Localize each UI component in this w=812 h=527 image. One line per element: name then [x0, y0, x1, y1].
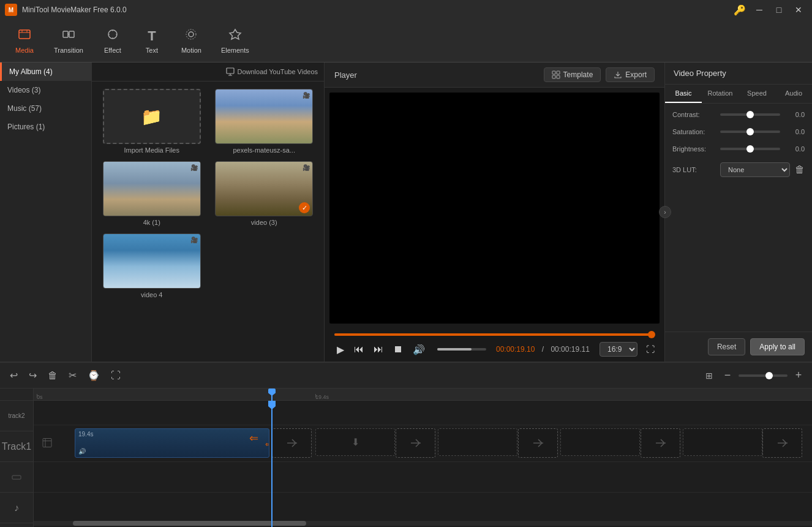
- stop-button[interactable]: ⏹: [391, 343, 405, 356]
- media-item-video4[interactable]: 🎥 video 4: [99, 233, 205, 298]
- volume-button[interactable]: 🔊: [410, 343, 427, 357]
- media-item-video3[interactable]: 🎥 ✓ video (3): [212, 161, 317, 226]
- time-total: 00:00:19.11: [551, 345, 589, 354]
- close-button[interactable]: ✕: [790, 4, 807, 16]
- download-youtube-button[interactable]: Download YouTube Videos: [226, 67, 318, 76]
- svg-marker-6: [230, 29, 241, 39]
- video3-thumb[interactable]: 🎥 ✓: [215, 161, 313, 216]
- track1-label: Track1: [0, 431, 33, 462]
- 4k-thumb[interactable]: 🎥: [103, 161, 201, 216]
- sidebar-item-myalbum[interactable]: My Album (4): [0, 63, 91, 81]
- volume-bar[interactable]: [437, 348, 486, 351]
- contrast-slider[interactable]: [720, 113, 780, 116]
- empty-slot-4[interactable]: [683, 428, 762, 456]
- timeline-toolbar: ↩ ↪ 🗑 ✂ ⌚ ⛶ ⊞ − +: [0, 363, 812, 389]
- zoom-thumb[interactable]: [765, 372, 773, 379]
- toolbar-media[interactable]: Media: [6, 24, 43, 58]
- transition-slot-5[interactable]: [762, 428, 802, 458]
- import-label: Import Media Files: [124, 146, 179, 154]
- zoom-out-button[interactable]: −: [720, 368, 735, 383]
- download-youtube-label: Download YouTube Videos: [238, 68, 318, 75]
- progress-thumb[interactable]: [648, 331, 655, 338]
- player-area: Player Template Export ▶ ⏮: [325, 63, 665, 362]
- svg-point-5: [186, 29, 196, 39]
- controls-row: ▶ ⏮ ⏭ ⏹ 🔊 00:00:19.10 / 00:00:19.11 16:9…: [334, 342, 655, 357]
- progress-bar[interactable]: [334, 333, 655, 336]
- tab-rotation[interactable]: Rotation: [702, 85, 739, 103]
- time-separator: /: [539, 345, 546, 354]
- apply-to-all-button[interactable]: Apply to all: [750, 338, 805, 355]
- clip-duration-label: 19.4s: [78, 431, 93, 438]
- arrow-indicator: ⇐: [249, 431, 258, 445]
- redo-button[interactable]: ↪: [25, 367, 40, 384]
- export-label: Export: [625, 70, 647, 79]
- saturation-slider[interactable]: [720, 131, 780, 133]
- saturation-row: Saturation: 0.0: [672, 128, 805, 135]
- toolbar-transition[interactable]: Transition: [45, 24, 92, 58]
- elements-icon: [228, 28, 242, 44]
- tab-speed[interactable]: Speed: [739, 85, 775, 103]
- lut-select[interactable]: None: [720, 162, 790, 177]
- add-track-button[interactable]: [0, 462, 33, 493]
- template-button[interactable]: Template: [544, 67, 601, 82]
- crop-button[interactable]: ⛶: [107, 368, 124, 384]
- maximize-button[interactable]: □: [770, 4, 788, 16]
- detach-button[interactable]: ⊞: [702, 368, 716, 383]
- toolbar-text[interactable]: T Text: [133, 25, 170, 58]
- brightness-thumb[interactable]: [746, 145, 754, 153]
- video4-thumb[interactable]: 🎥: [103, 233, 201, 289]
- empty-slot-3[interactable]: [560, 428, 640, 456]
- tab-basic[interactable]: Basic: [665, 85, 702, 103]
- effect-label: Effect: [104, 47, 121, 54]
- export-button[interactable]: Export: [606, 67, 655, 82]
- track-layer-icon[interactable]: [42, 438, 52, 449]
- transition-slot-3[interactable]: [518, 428, 558, 458]
- saturation-label: Saturation:: [672, 128, 715, 135]
- sidebar-item-music[interactable]: Music (57): [0, 99, 91, 118]
- tab-audio[interactable]: Audio: [775, 85, 812, 103]
- next-frame-button[interactable]: ⏭: [371, 343, 386, 356]
- zoom-controls: ⊞ − +: [702, 368, 806, 383]
- play-button[interactable]: ▶: [334, 343, 347, 357]
- split-button[interactable]: ✂: [65, 367, 80, 384]
- scrollbar-thumb[interactable]: [73, 521, 306, 526]
- media-item-mountain[interactable]: 🎥 pexels-mateusz-sa...: [212, 89, 317, 154]
- brightness-slider[interactable]: [720, 148, 780, 150]
- contrast-thumb[interactable]: [746, 111, 754, 118]
- media-item-import[interactable]: 📁 Import Media Files: [99, 89, 205, 154]
- panel-collapse-button[interactable]: ›: [659, 206, 671, 218]
- app-icon: M: [5, 4, 17, 16]
- fullscreen-button[interactable]: ⛶: [646, 344, 655, 354]
- transition-slot-1[interactable]: [272, 428, 312, 458]
- transition-slot-4[interactable]: [641, 428, 680, 458]
- minimize-button[interactable]: ─: [751, 4, 768, 16]
- toolbar-motion[interactable]: Motion: [173, 24, 210, 58]
- track2-label: track2: [0, 401, 33, 431]
- speed-button[interactable]: ⌚: [84, 367, 103, 384]
- aspect-ratio-select[interactable]: 16:9 4:3 1:1 9:16: [600, 342, 637, 357]
- main-video-clip[interactable]: 19.4s ✂ ⇔: [75, 428, 269, 458]
- toolbar-effect[interactable]: Effect: [94, 24, 131, 58]
- media-item-4k[interactable]: 🎥 4k (1): [99, 161, 205, 226]
- reset-button[interactable]: Reset: [708, 338, 745, 355]
- mountain-thumb[interactable]: 🎥: [215, 89, 313, 144]
- key-icon[interactable]: 🔑: [734, 4, 746, 16]
- prev-frame-button[interactable]: ⏮: [351, 343, 366, 356]
- empty-slot-2[interactable]: [438, 428, 517, 456]
- toolbar-elements[interactable]: Elements: [212, 24, 258, 58]
- delete-button[interactable]: 🗑: [44, 368, 61, 384]
- zoom-in-button[interactable]: +: [791, 368, 806, 383]
- lut-delete-button[interactable]: 🗑: [795, 164, 805, 175]
- timeline-body: track2 Track1 ♪ 0s 19.4s ⇐: [0, 389, 812, 527]
- window-controls: ─ □ ✕: [751, 4, 807, 16]
- sidebar-item-pictures[interactable]: Pictures (1): [0, 118, 91, 136]
- saturation-thumb[interactable]: [746, 128, 754, 135]
- sidebar-item-videos[interactable]: Videos (3): [0, 81, 91, 99]
- empty-slot-1[interactable]: ⬇: [315, 428, 395, 456]
- transition-slot-2[interactable]: [396, 428, 435, 458]
- timeline-scrollbar[interactable]: [34, 521, 812, 526]
- undo-button[interactable]: ↩: [6, 367, 21, 384]
- import-thumb[interactable]: 📁: [103, 89, 201, 144]
- zoom-slider[interactable]: [739, 374, 788, 377]
- media-grid: 📁 Import Media Files 🎥 pexels-mateusz-sa…: [92, 82, 324, 306]
